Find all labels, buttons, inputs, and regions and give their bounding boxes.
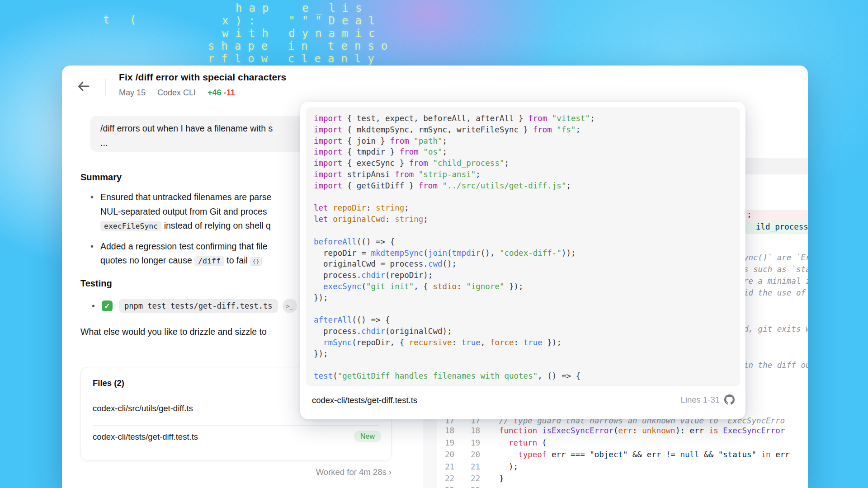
code-line: import { mkdtempSync, rmSync, writeFileS…	[314, 124, 732, 136]
summary-heading: Summary	[80, 172, 122, 183]
diff-code: }	[499, 473, 808, 485]
diff-comment-fragment: d, git exits wi	[744, 324, 808, 333]
bullet-text: NUL-separated output from Git and proces	[100, 206, 267, 216]
code-line: afterAll(() => {	[314, 314, 732, 326]
arrow-left-icon	[76, 79, 91, 94]
line-number-new: 19	[462, 437, 480, 449]
line-number-old: 19	[436, 437, 454, 449]
diff-row: 1919 return (	[423, 437, 808, 449]
diff-row: 1818function isExecSyncError(err: unknow…	[423, 425, 808, 437]
popup-footer-right: Lines 1-31	[681, 394, 735, 405]
code-block[interactable]: import { test, expect, beforeAll, afterA…	[306, 107, 740, 386]
diff-comment-fragment: ync()` are `Err	[744, 253, 808, 262]
background-code-line: x): """Deal	[222, 14, 382, 27]
code-line: let repoDir: string;	[314, 202, 732, 214]
github-icon[interactable]	[724, 394, 735, 405]
line-number-new: 21	[462, 461, 480, 473]
terminal-icon[interactable]: >_	[283, 299, 297, 313]
bullet-text: Added a regression test confirming that …	[100, 241, 268, 251]
code-line: import { tmpdir } from "os";	[314, 146, 732, 158]
line-number-new: 20	[462, 449, 480, 461]
line-number-new: 22	[462, 473, 480, 485]
code-line	[314, 360, 732, 371]
testing-heading: Testing	[80, 278, 112, 289]
code-line: execSync("git init", { stdio: "ignore" }…	[314, 281, 732, 292]
diff-comment-fragment: id the use of `	[744, 288, 808, 297]
header-divider	[105, 79, 106, 96]
diff-comment-fragment: in the diff out	[744, 361, 808, 370]
repo-name[interactable]: Codex CLI	[157, 88, 196, 98]
test-command-chip[interactable]: pnpm test tests/get-diff.test.ts	[119, 299, 278, 313]
line-number-new: 18	[462, 425, 480, 437]
code-line: originalCwd = process.cwd();	[314, 258, 732, 270]
bullet-text: to fail	[224, 255, 250, 265]
diff-code: return (	[499, 437, 808, 449]
code-line: repoDir = mkdtempSync(join(tmpdir(), "co…	[314, 248, 732, 259]
code-line	[314, 304, 732, 315]
file-path: codex-cli/src/utils/get-diff.ts	[93, 404, 193, 413]
worked-duration-link[interactable]: Worked for 4m 28s ›	[80, 467, 392, 477]
line-number-new: 23	[462, 484, 480, 488]
code-line: rmSync(repoDir, { recursive: true, force…	[314, 337, 732, 348]
deleted-line-fragment: ;	[747, 210, 752, 219]
bullet-text: Ensured that untracked filenames are par…	[100, 192, 271, 202]
chevron-right-icon: ›	[389, 467, 392, 477]
files-panel-title: Files (2)	[93, 378, 124, 388]
task-meta: May 15 Codex CLI +46 -11	[119, 88, 235, 98]
bullet-dot: •	[92, 301, 102, 311]
file-path: codex-cli/tests/get-diff.test.ts	[93, 432, 198, 442]
code-line: import { execSync } from "child_process"…	[314, 158, 732, 169]
code-line: test("getGitDiff handles filenames with …	[314, 371, 732, 382]
diff-row: 2020 typeof err === "object" && err != n…	[423, 449, 808, 461]
code-braces-badge: {}	[250, 257, 262, 266]
check-passed-icon: ✓	[102, 300, 113, 311]
code-line: });	[314, 292, 732, 304]
line-number-old: 18	[436, 425, 454, 437]
diff-comment-fragment: re a minimal in	[744, 277, 808, 286]
diff-code: );	[499, 461, 808, 473]
diff-row: 2121 );	[423, 461, 808, 473]
diff-code: typeof err === "object" && err != null &…	[499, 449, 808, 461]
code-line: let originalCwd: string;	[314, 214, 732, 225]
code-line: });	[314, 348, 732, 360]
code-preview-popup: import { test, expect, beforeAll, afterA…	[300, 102, 745, 419]
deletions-count: -11	[224, 88, 235, 97]
diff-code: function isExecSyncError(err: unknown): …	[499, 425, 808, 437]
file-row[interactable]: codex-cli/tests/get-diff.test.tsNew	[81, 426, 391, 451]
added-line-fragment: ild_process";	[756, 222, 808, 231]
background-code-line: hap e_lis	[236, 2, 369, 14]
diff-row: 2222}	[423, 473, 808, 485]
line-number-old: 21	[436, 461, 454, 473]
code-line	[314, 225, 732, 236]
code-line: import stripAnsi from "strip-ansi";	[314, 169, 732, 180]
code-line: process.chdir(originalCwd);	[314, 326, 732, 337]
bullet-text: quotes no longer cause	[100, 255, 194, 265]
diff-row: 2323	[423, 484, 808, 488]
lines-range-label: Lines 1-31	[681, 395, 720, 405]
worked-duration-text: Worked for 4m 28s	[316, 467, 387, 477]
file-row-divider	[93, 425, 379, 426]
testing-item: • ✓ pnpm test tests/get-diff.test.ts >_	[80, 298, 297, 314]
inline-code-chip: execFileSync	[100, 221, 161, 231]
code-line: import { getGitDiff } from "../src/utils…	[314, 180, 732, 192]
diff-stats: +46 -11	[208, 88, 235, 98]
diff-comment-fragment: s such as `stat	[744, 265, 808, 274]
background-code-line: shape in tenso	[208, 40, 394, 52]
code-line: import { test, expect, beforeAll, afterA…	[314, 113, 732, 124]
code-line: beforeAll(() => {	[314, 236, 732, 248]
popup-file-path: codex-cli/tests/get-diff.test.ts	[312, 395, 417, 405]
background-code-line: rflow cleanly	[208, 52, 381, 65]
bullet-text: instead of relying on shell q	[161, 221, 271, 230]
page-title: Fix /diff error with special characters	[119, 72, 286, 83]
background-code-fragment: t (	[103, 14, 143, 26]
code-line: import { join } from "path";	[314, 136, 732, 147]
line-number-old: 22	[436, 473, 454, 485]
task-date: May 15	[119, 88, 146, 98]
additions-count: +46	[208, 88, 222, 97]
code-line	[314, 192, 732, 203]
back-button[interactable]	[73, 75, 94, 97]
background-code-line: with dynamic	[222, 27, 382, 40]
line-number-old: 20	[436, 449, 454, 461]
inline-code-chip: /diff	[194, 256, 224, 266]
line-number-old: 23	[436, 484, 454, 488]
